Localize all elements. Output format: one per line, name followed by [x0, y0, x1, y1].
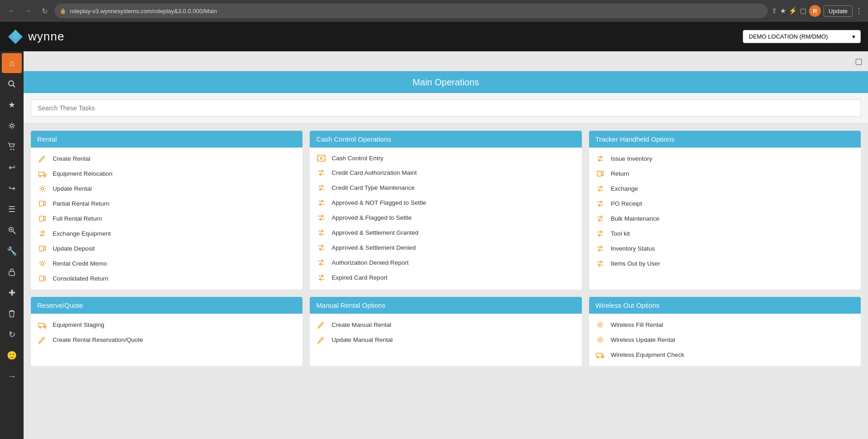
- sidebar-item-undo[interactable]: ↩: [2, 158, 22, 178]
- reload-button[interactable]: ↻: [38, 5, 51, 17]
- svg-point-36: [602, 357, 603, 358]
- list-item[interactable]: Return: [589, 166, 861, 181]
- exchange-icon: [595, 200, 605, 207]
- list-item[interactable]: Approved & Flagged to Settle: [310, 210, 581, 225]
- app-header: wynne DEMO LOCATION (RM/DMO): [0, 22, 868, 51]
- sidebar-item-search[interactable]: [2, 74, 22, 94]
- svg-point-3: [9, 81, 14, 86]
- list-item-label: Bulk Maintenance: [611, 215, 659, 222]
- list-item[interactable]: Tool kit: [589, 226, 861, 241]
- address-bar[interactable]: 🔒 roleplay-v3.wynnesystems.com/roleplay&…: [54, 4, 768, 18]
- document-icon[interactable]: ▢: [855, 56, 863, 66]
- list-item[interactable]: Authorization Denied Report: [310, 255, 581, 270]
- forward-button[interactable]: →: [22, 5, 34, 17]
- section-wireless-out: Wireless Out OptionsWireless Fill Rental…: [589, 297, 861, 366]
- list-item[interactable]: Wireless Equipment Check: [589, 347, 861, 362]
- search-input[interactable]: [31, 99, 861, 117]
- section-rental: RentalCreate RentalEquipment RelocationU…: [31, 131, 302, 290]
- list-item-label: Create Rental: [53, 155, 90, 162]
- list-item-label: Equipment Relocation: [53, 170, 112, 177]
- sidebar-item-home[interactable]: ⌂: [2, 53, 22, 73]
- svg-point-23: [320, 157, 322, 159]
- list-item[interactable]: Exchange: [589, 181, 861, 196]
- svg-rect-17: [39, 201, 44, 206]
- top-bar: ▢: [24, 51, 868, 71]
- section-header-rental: Rental: [31, 131, 302, 148]
- list-item[interactable]: Create Rental Reservation/Quote: [31, 332, 302, 347]
- exchange-icon: [595, 245, 605, 252]
- list-item[interactable]: Create Rental: [31, 151, 302, 166]
- list-item-label: Consolidated Return: [53, 275, 108, 282]
- list-item[interactable]: Expired Card Report: [310, 270, 581, 285]
- list-item[interactable]: Exchange Equipment: [31, 226, 302, 241]
- svg-rect-28: [597, 171, 601, 176]
- list-item[interactable]: Consolidated Return: [31, 271, 302, 286]
- section-body-cash-control: Cash Control EntryCredit Card Authorizat…: [310, 148, 581, 290]
- list-item[interactable]: Wireless Update Rental: [589, 332, 861, 347]
- partial-return-icon: [37, 275, 47, 282]
- sidebar-item-redo[interactable]: ↪: [2, 178, 22, 198]
- exchange-icon: [595, 185, 605, 192]
- menu-icon[interactable]: ⋮: [855, 7, 863, 15]
- svg-rect-13: [39, 172, 44, 176]
- list-item[interactable]: Approved & Settlement Granted: [310, 225, 581, 240]
- gear-icon: [37, 260, 47, 267]
- location-wrapper[interactable]: DEMO LOCATION (RM/DMO): [743, 30, 861, 43]
- list-item-label: Issue Inventory: [611, 155, 653, 162]
- cart-icon: [8, 143, 16, 151]
- update-button[interactable]: Update: [824, 5, 853, 17]
- exchange-icon: [316, 184, 326, 192]
- list-item[interactable]: Credit Card Authorization Maint: [310, 165, 581, 180]
- svg-point-14: [39, 176, 41, 177]
- back-button[interactable]: ←: [5, 5, 18, 17]
- sidebar-item-cart[interactable]: [2, 137, 22, 157]
- sidebar-item-faces[interactable]: 🙂: [2, 345, 22, 365]
- sidebar-item-logout[interactable]: →: [2, 366, 22, 386]
- list-item[interactable]: PO Receipt: [589, 196, 861, 211]
- list-item[interactable]: Bulk Maintenance: [589, 211, 861, 226]
- window-icon[interactable]: ▢: [800, 7, 806, 15]
- list-item[interactable]: Create Manual Rental: [310, 317, 581, 332]
- location-select[interactable]: DEMO LOCATION (RM/DMO): [743, 30, 861, 43]
- section-header-wireless-out: Wireless Out Options: [589, 297, 861, 314]
- bookmark-icon[interactable]: ★: [780, 7, 786, 15]
- extensions-icon[interactable]: ⚡: [789, 7, 797, 15]
- list-item-label: Update Rental: [53, 185, 92, 192]
- exchange-icon: [37, 230, 47, 237]
- list-item[interactable]: Approved & Settlement Denied: [310, 240, 581, 255]
- sidebar-item-delete[interactable]: [2, 304, 22, 324]
- list-item[interactable]: Credit Card Type Maintenance: [310, 180, 581, 195]
- list-item[interactable]: Approved & NOT Flagged to Settle: [310, 195, 581, 210]
- list-item[interactable]: Inventory Status: [589, 241, 861, 256]
- sidebar-item-add[interactable]: ✚: [2, 283, 22, 303]
- list-item[interactable]: Issue Inventory: [589, 151, 861, 166]
- list-item[interactable]: Equipment Staging: [31, 317, 302, 332]
- svg-rect-18: [39, 216, 44, 221]
- app-logo: wynne: [7, 29, 64, 45]
- sidebar-item-lock[interactable]: [2, 262, 22, 282]
- svg-point-32: [599, 324, 602, 326]
- exchange-icon: [595, 215, 605, 222]
- lock-icon: 🔒: [60, 8, 66, 14]
- sidebar-item-favorites[interactable]: ★: [2, 95, 22, 115]
- pencil-icon: [316, 321, 326, 329]
- sidebar-item-reports[interactable]: ☰: [2, 199, 22, 219]
- list-item[interactable]: Equipment Relocation: [31, 166, 302, 181]
- list-item[interactable]: Rental Credit Memo: [31, 256, 302, 271]
- list-item-label: Full Rental Return: [53, 215, 102, 222]
- list-item[interactable]: Update Deposit: [31, 241, 302, 256]
- list-item[interactable]: Full Rental Return: [31, 211, 302, 226]
- sidebar-item-inspect[interactable]: [2, 220, 22, 240]
- sidebar-item-settings[interactable]: [2, 116, 22, 136]
- list-item[interactable]: Wireless Fill Rental: [589, 317, 861, 332]
- list-item[interactable]: Cash Control Entry: [310, 151, 581, 165]
- list-item[interactable]: Partial Rental Return: [31, 196, 302, 211]
- list-item[interactable]: Update Manual Rental: [310, 332, 581, 347]
- truck-icon: [37, 170, 47, 178]
- list-item[interactable]: Items Out by User: [589, 256, 861, 271]
- share-icon[interactable]: ⇧: [771, 7, 777, 15]
- sidebar-item-tools[interactable]: 🔧: [2, 241, 22, 261]
- list-item[interactable]: Update Rental: [31, 181, 302, 196]
- list-item-label: Update Deposit: [53, 245, 95, 252]
- sidebar-item-sync[interactable]: ↻: [2, 325, 22, 345]
